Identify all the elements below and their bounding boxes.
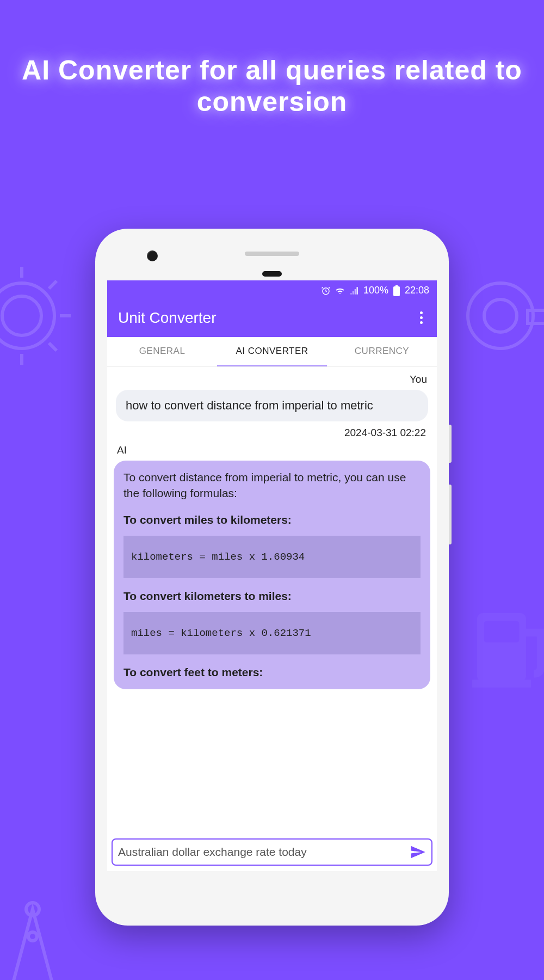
code-block: kilometers = miles x 1.60934 (123, 536, 421, 579)
chat-input-bar (112, 838, 432, 866)
phone-sensor (262, 271, 282, 277)
tabs: GENERAL AI CONVERTER CURRENCY (107, 337, 437, 367)
measure-tape-icon (457, 261, 544, 370)
promo-title: AI Converter for all queries related to … (0, 0, 544, 118)
phone-camera (147, 250, 158, 261)
app-bar: Unit Converter (107, 301, 437, 337)
signal-icon (349, 286, 359, 296)
overflow-menu-icon[interactable] (417, 308, 426, 327)
phone-speaker (245, 252, 299, 256)
ai-section-title: To convert miles to kilometers: (123, 512, 421, 528)
send-icon (410, 844, 426, 860)
wifi-icon (335, 286, 345, 296)
user-message-time: 2024-03-31 02:22 (112, 424, 432, 442)
svg-point-0 (0, 283, 54, 348)
code-block: miles = kilometers x 0.621371 (123, 612, 421, 655)
user-label: You (112, 371, 432, 388)
tab-ai-converter[interactable]: AI CONVERTER (217, 337, 327, 366)
ai-message: To convert distance from imperial to met… (114, 461, 430, 689)
tab-currency[interactable]: CURRENCY (327, 337, 437, 366)
chat-input[interactable] (118, 846, 410, 859)
svg-rect-6 (484, 621, 520, 642)
phone-screen: 100% 22:08 Unit Converter GENERAL AI CON… (107, 280, 437, 871)
svg-point-9 (28, 932, 37, 941)
alarm-icon (321, 286, 331, 296)
svg-rect-11 (393, 286, 400, 296)
svg-point-3 (484, 299, 517, 332)
status-bar: 100% 22:08 (107, 280, 437, 301)
svg-point-1 (2, 296, 41, 335)
chat-area: You how to convert distance from imperia… (107, 367, 437, 834)
phone-side-button (449, 425, 452, 463)
ai-intro-text: To convert distance from imperial to met… (123, 469, 421, 501)
user-message: how to convert distance from imperial to… (116, 390, 428, 421)
svg-rect-12 (395, 285, 398, 287)
phone-frame: 100% 22:08 Unit Converter GENERAL AI CON… (95, 229, 449, 926)
chat-fade (107, 828, 437, 834)
ai-truncated-text: To convert feet to meters: (123, 664, 421, 680)
svg-point-2 (468, 283, 533, 348)
gear-bulb-icon (0, 261, 76, 370)
compass-icon (0, 893, 87, 980)
phone-side-button (449, 485, 452, 544)
battery-pct: 100% (363, 285, 388, 296)
ai-label: AI (112, 442, 432, 458)
fuel-pump-icon (462, 588, 544, 697)
tab-general[interactable]: GENERAL (107, 337, 217, 366)
status-time: 22:08 (405, 285, 429, 296)
svg-rect-7 (472, 679, 531, 687)
app-title: Unit Converter (118, 309, 217, 327)
ai-section-title: To convert kilometers to miles: (123, 588, 421, 604)
send-button[interactable] (410, 844, 426, 860)
battery-icon (393, 285, 400, 296)
svg-rect-4 (528, 310, 544, 323)
